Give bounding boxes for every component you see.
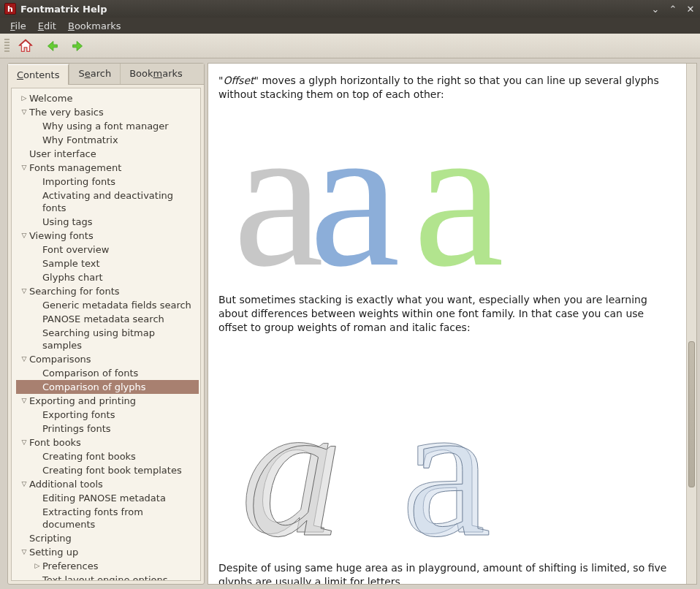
tree-item-label: User interface [29,148,96,160]
tree-item[interactable]: Searching using bitmap samples [16,326,199,352]
chevron-down-icon[interactable]: ▽ [19,395,29,407]
tree-item[interactable]: ▽The very basics [16,105,199,119]
tree-item-label: Scripting [29,532,72,544]
chevron-down-icon[interactable]: ▽ [19,229,29,242]
tree-item-label: PANOSE metadata search [42,313,164,325]
tree-item-label: Editing PANOSE metadata [42,492,166,504]
tree-item[interactable]: Comparison of fonts [16,366,199,380]
tree-item-label: Why Fontmatrix [42,134,118,146]
tree-item[interactable]: ▽Setting up [16,545,199,559]
tree-item-label: The very basics [29,106,104,118]
tree-item[interactable]: Comparison of glyphs [16,380,199,394]
chevron-down-icon[interactable]: ▽ [19,436,29,449]
tree-item[interactable]: Text layout engine options [16,573,199,581]
tree-item[interactable]: Generic metadata fields search [16,298,199,312]
help-page[interactable]: "Offset" moves a glyph horizontally to t… [208,64,686,584]
arrow-right-icon [70,38,86,54]
tree-item[interactable]: Why Fontmatrix [16,133,199,147]
tree-item[interactable]: Why using a font manager [16,119,199,133]
menubar: File Edit Bookmarks [0,18,700,34]
home-button[interactable] [15,36,36,56]
chevron-down-icon[interactable]: ▽ [19,162,29,174]
tree-item[interactable]: ▽Viewing fonts [16,229,199,243]
tree-item[interactable]: Font overview [16,243,199,256]
content-tree[interactable]: ▷Welcome▽The very basicsWhy using a font… [11,88,201,581]
tabs: Contents Search Bookmarks [8,64,204,85]
maximize-button[interactable]: ⌃ [668,4,678,14]
chevron-down-icon[interactable]: ▽ [19,353,29,365]
tree-item[interactable]: ▽Additional tools [16,477,199,491]
tree-item-label: Glyphs chart [42,271,103,284]
tree-item[interactable]: ▽Exporting and printing [16,394,199,408]
tree-item[interactable]: Scripting [16,531,199,545]
tree-item[interactable]: User interface [16,147,199,161]
tree-item-label: Why using a font manager [42,120,169,132]
tree-item-label: Importing fonts [42,175,115,188]
tree-item[interactable]: Activating and deactivating fonts [16,189,199,215]
tree-item-label: Font books [29,436,81,449]
close-button[interactable]: ✕ [685,4,696,14]
tree-item[interactable]: ▷Welcome [16,91,199,105]
workspace: Contents Search Bookmarks ▷Welcome▽The v… [0,58,700,589]
back-button[interactable] [42,36,62,56]
tree-item-label: Activating and deactivating fonts [42,189,197,214]
tree-item[interactable]: Exporting fonts [16,408,199,422]
tree-item-label: Font overview [42,243,109,256]
tree-item[interactable]: PANOSE metadata search [16,312,199,326]
home-icon [18,38,34,54]
tree-item-label: Fonts management [29,162,121,174]
glyph-a-green: a [414,116,504,276]
tree-item[interactable]: Extracting fonts from documents [16,505,199,531]
chevron-right-icon[interactable]: ▷ [32,560,42,572]
tree-item-label: Preferences [42,560,98,572]
menu-file[interactable]: File [6,19,31,33]
tree-item[interactable]: Sample text [16,256,199,270]
tree-item-label: Viewing fonts [29,229,94,242]
tree-item[interactable]: Printings fonts [16,422,199,436]
tree-item[interactable]: Using tags [16,215,199,229]
tree-item-label: Exporting and printing [29,395,136,407]
tree-item-label: Setting up [29,546,78,558]
chevron-down-icon[interactable]: ▽ [19,106,29,118]
tab-bookmarks[interactable]: Bookmarks [120,64,191,84]
content-area: "Offset" moves a glyph horizontally to t… [208,63,697,585]
chevron-down-icon[interactable]: ▽ [19,285,29,297]
tree-item[interactable]: Creating font book templates [16,463,199,477]
paragraph-stacking: But sometimes stacking is exactly what y… [218,293,670,335]
tree-item-label: Creating font books [42,450,136,463]
tree-item-label: Sample text [42,257,100,270]
menu-bookmarks[interactable]: Bookmarks [64,19,126,33]
tree-item-label: Welcome [29,92,72,104]
chevron-down-icon[interactable]: ▽ [19,478,29,490]
forward-button[interactable] [68,36,88,56]
tree-item[interactable]: Creating font books [16,449,199,463]
tree-item[interactable]: ▷Preferences [16,559,199,573]
tree-item[interactable]: Glyphs chart [16,270,199,284]
content-scrollbar[interactable] [686,64,696,584]
toolbar [0,34,700,58]
arrow-left-icon [44,38,60,54]
tab-search[interactable]: Search [69,64,120,84]
tree-item[interactable]: Importing fonts [16,175,199,189]
glyph-stack-roman: a a [401,352,547,542]
tree-item-label: Comparison of fonts [42,367,138,379]
toolbar-grip[interactable] [4,39,9,53]
tree-item-label: Comparisons [29,353,91,365]
tree-item[interactable]: ▽Font books [16,436,199,449]
tree-item[interactable]: ▽Searching for fonts [16,284,199,298]
scrollbar-thumb[interactable] [688,341,695,487]
tree-item[interactable]: ▽Fonts management [16,161,199,175]
menu-edit[interactable]: Edit [34,19,61,33]
tree-item[interactable]: ▽Comparisons [16,352,199,366]
tab-contents[interactable]: Contents [8,64,69,85]
chevron-down-icon[interactable]: ▽ [19,546,29,558]
tree-item[interactable]: Editing PANOSE metadata [16,491,199,505]
titlebar: h Fontmatrix Help ⌄ ⌃ ✕ [0,0,700,18]
minimize-button[interactable]: ⌄ [650,4,661,14]
chevron-right-icon[interactable]: ▷ [19,92,29,104]
tree-item-label: Text layout engine options [42,574,167,581]
tree-item-label: Searching using bitmap samples [42,327,197,352]
tree-item-label: Exporting fonts [42,408,115,421]
tree-item-label: Searching for fonts [29,285,120,297]
glyph-stack-italic: a a [240,352,387,542]
